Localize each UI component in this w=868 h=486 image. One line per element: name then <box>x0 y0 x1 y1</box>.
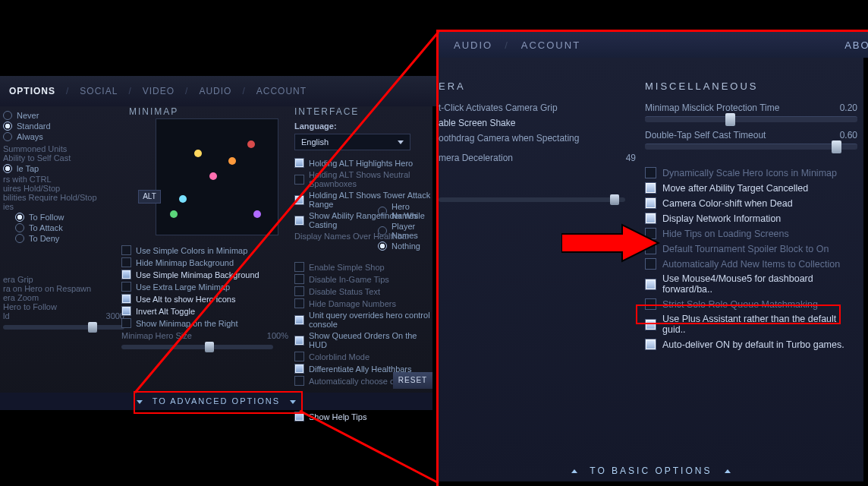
cb-scale-icons[interactable]: Dynamically Scale Hero Icons in Minimap <box>645 167 857 178</box>
minimap-header: MINIMAP <box>129 106 178 117</box>
chevron-down-icon <box>398 140 404 144</box>
cb-hide-tips[interactable]: Hide Tips on Loading Screens <box>645 228 857 239</box>
interface-header: INTERFACE <box>294 106 432 117</box>
tab-about-r[interactable]: ABOU <box>844 39 868 51</box>
chevron-up-icon <box>571 469 577 473</box>
settings-tab-bar: OPTIONS/ SOCIAL/ VIDEO/ AUDIO/ ACCOUNT <box>0 76 442 106</box>
misc-header: MISCELLANEOUS <box>645 80 857 92</box>
cb-auto-add[interactable]: Automatically Add New Items to Collectio… <box>645 258 857 270</box>
label-grip: era Grip <box>3 275 124 284</box>
cb-plus-assist[interactable]: Use Plus Assistant rather than the defau… <box>645 314 857 335</box>
cb-alt-spawn[interactable]: Holding ALT Shows Neutral Spawnboxes <box>294 170 432 188</box>
radio-never[interactable]: Never <box>3 111 124 120</box>
label-respawn: ra on Hero on Respawn <box>3 284 124 293</box>
right-tab-bar: AUDIO/ ACCOUNT ABOU <box>439 32 868 58</box>
language-select[interactable]: English <box>294 134 410 150</box>
cb-disable-status[interactable]: Disable Status Text <box>294 286 432 296</box>
cb-netinfo[interactable]: Display Network Information <box>645 213 857 224</box>
label-abil-holdstop: bilities Require Hold/Stop <box>3 193 124 202</box>
left-col-1: Never Standard Always Summoned Units Abi… <box>0 109 124 330</box>
lang-label: Language: <box>294 122 432 131</box>
chevron-down-icon <box>137 400 143 404</box>
cb-hide-bg[interactable]: Hide Minimap Background <box>121 257 288 267</box>
tab-account[interactable]: ACCOUNT <box>256 86 307 96</box>
cb-spoiler[interactable]: Default Tournament Spoiler Block to On <box>645 243 857 254</box>
slider-ld[interactable] <box>3 325 124 330</box>
tab-audio-r[interactable]: AUDIO <box>454 39 492 51</box>
label-ies: ies <box>3 202 124 211</box>
cb-hide-dmg[interactable]: Hide Damage Numbers <box>294 298 432 308</box>
cb-help-tips[interactable]: Show Help Tips <box>294 412 432 421</box>
cb-simple-colors[interactable]: Use Simple Colors in Minimap <box>121 245 288 255</box>
label-zoom: era Zoom <box>3 293 124 302</box>
radio-todeny[interactable]: To Deny <box>15 234 124 243</box>
basic-options-toggle[interactable]: TO BASIC OPTIONS <box>439 460 863 481</box>
cb-simple-shop[interactable]: Enable Simple Shop <box>294 262 432 272</box>
minimap-preview <box>156 118 278 235</box>
camera-section: ERA t-Click Activates Camera Grip able S… <box>439 80 636 168</box>
cb-extra-large[interactable]: Use Extra Large Minimap <box>121 282 288 292</box>
cb-on-right[interactable]: Show Minimap on the Right <box>121 318 288 328</box>
radio-toattack[interactable]: To Attack <box>15 223 124 232</box>
cb-move-cancel[interactable]: Move after Ability Target Cancelled <box>645 182 857 194</box>
cb-auto-deliver[interactable]: Auto-deliver ON by default in Turbo game… <box>645 339 857 350</box>
label-summoned: Summoned Units <box>3 144 124 153</box>
label-holdstop: uires Hold/Stop <box>3 184 124 193</box>
cam-shake[interactable]: able Screen Shake <box>439 118 636 128</box>
cb-solo-role[interactable]: Strict Solo Role Queue Matchmaking <box>645 298 857 310</box>
slider-decel[interactable] <box>439 197 625 202</box>
slider-misclick[interactable]: Minimap Misclick Protection Time0.20 <box>645 103 857 122</box>
radio-tap[interactable]: le Tap <box>3 164 124 173</box>
radio-nothing[interactable]: Nothing <box>378 241 432 251</box>
options-panel: Never Standard Always Summoned Units Abi… <box>0 106 432 410</box>
radio-standard[interactable]: Standard <box>3 122 124 131</box>
cb-queued-hud[interactable]: Show Queued Orders On the HUD <box>294 331 432 349</box>
cb-alt-icons[interactable]: Use Alt to show Hero icons <box>121 294 288 304</box>
tab-audio[interactable]: AUDIO <box>199 86 231 96</box>
cb-alt-hero[interactable]: Holding ALT Highlights Hero <box>294 158 432 168</box>
minimap-options: Use Simple Colors in Minimap Hide Minima… <box>121 243 288 349</box>
camera-header: ERA <box>439 80 636 92</box>
alt-tooltip: ALT <box>138 190 161 204</box>
cb-simple-bg[interactable]: Use Simple Minimap Background <box>121 270 288 279</box>
cb-mouse45[interactable]: Use Mouse4/Mouse5 for dashboard forward/… <box>645 273 857 295</box>
cb-invert-alt[interactable]: Invert Alt Toggle <box>121 306 288 316</box>
cb-colorblind[interactable]: Colorblind Mode <box>294 352 432 361</box>
right-body: ERA t-Click Activates Camera Grip able S… <box>439 58 863 481</box>
cb-color-dead[interactable]: Camera Color-shift when Dead <box>645 197 857 209</box>
slider-hero-size[interactable] <box>121 345 273 349</box>
tab-options[interactable]: OPTIONS <box>9 86 55 96</box>
radio-tofollow[interactable]: To Follow <box>15 213 124 222</box>
cam-grip[interactable]: t-Click Activates Camera Grip <box>439 103 636 113</box>
cb-disable-tips[interactable]: Disable In-Game Tips <box>294 274 432 284</box>
misc-section: MISCELLANEOUS Minimap Misclick Protectio… <box>645 80 857 354</box>
cb-unit-query[interactable]: Unit query overrides hero control consol… <box>294 311 432 329</box>
tab-video[interactable]: VIDEO <box>143 86 175 96</box>
cam-smooth[interactable]: oothdrag Camera when Spectating <box>439 133 636 144</box>
advanced-options-toggle[interactable]: TO ADVANCED OPTIONS <box>0 393 432 410</box>
tab-social[interactable]: SOCIAL <box>80 86 118 96</box>
chevron-up-icon <box>725 469 731 473</box>
tab-account-r[interactable]: ACCOUNT <box>521 39 580 51</box>
radio-always[interactable]: Always <box>3 132 124 141</box>
slider-dbltap[interactable]: Double-Tap Self Cast Timeout0.60 <box>645 130 857 150</box>
label-hfollow: Hero to Follow <box>3 302 124 311</box>
label-selfcast: Ability to Self Cast <box>3 153 124 163</box>
advanced-zoom-panel: AUDIO/ ACCOUNT ABOU ERA t-Click Activate… <box>439 32 863 481</box>
chevron-down-icon <box>290 400 296 404</box>
reset-button[interactable]: RESET <box>393 372 432 389</box>
label-ctrl: rs with CTRL <box>3 175 124 184</box>
